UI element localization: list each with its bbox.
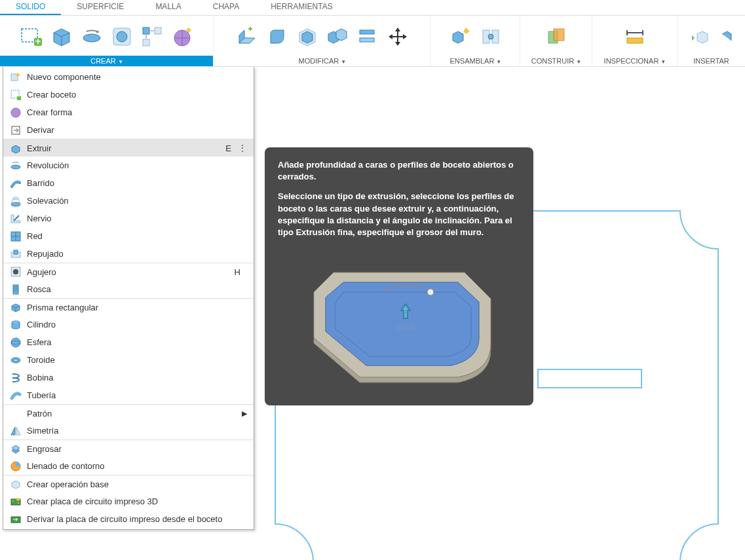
svg-rect-38 (14, 250, 18, 254)
coil-icon (10, 372, 22, 384)
menu-crear-placa[interactable]: Crear placa de circuito impreso 3D (3, 493, 254, 510)
menu-tuberia[interactable]: Tubería (3, 386, 254, 404)
pipe-icon (10, 390, 22, 401)
menu-label: Crear forma (27, 107, 247, 117)
menu-label: Simetría (27, 426, 247, 436)
menu-crear-op-base[interactable]: Crear operación base (3, 475, 254, 493)
presspull-icon[interactable] (235, 25, 259, 48)
menu-label: Extruir (27, 143, 225, 153)
combine-icon[interactable] (326, 25, 349, 48)
fillet-icon[interactable] (265, 25, 289, 48)
ribbon-label-ensamblar[interactable]: ENSAMBLAR (445, 56, 506, 66)
menu-revolucion[interactable]: Revolución (3, 157, 254, 174)
svg-rect-7 (143, 28, 149, 34)
joint-icon[interactable] (479, 25, 503, 48)
menu-agujero[interactable]: Agujero H (3, 263, 254, 280)
ribbon-group-crear: + CREAR (0, 16, 214, 66)
svg-point-31 (11, 202, 20, 206)
menu-label: Rosca (27, 284, 247, 294)
shell-icon[interactable] (296, 25, 319, 48)
svg-rect-9 (143, 39, 149, 46)
tab-solido[interactable]: SOLIDO (0, 0, 61, 15)
menu-engrosar[interactable]: Engrosar (3, 439, 254, 457)
pcb-icon (10, 496, 22, 508)
svg-point-19 (488, 34, 493, 39)
ribbon-group-insertar: INSERTAR (678, 16, 745, 66)
svg-point-53 (18, 502, 19, 504)
menu-label: Prisma rectangular (27, 303, 247, 312)
tab-chapa[interactable]: CHAPA (197, 0, 255, 15)
svg-point-40 (13, 269, 18, 274)
menu-bobina[interactable]: Bobina (3, 369, 254, 386)
menu-prisma[interactable]: Prisma rectangular (3, 298, 254, 316)
insert-icon-2[interactable] (721, 25, 733, 48)
menu-shortcut: H (235, 267, 240, 277)
menu-crear-boceto[interactable]: Crear boceto (3, 86, 254, 103)
menu-nervio[interactable]: Nervio (3, 210, 254, 227)
menu-cilindro[interactable]: Cilindro (3, 316, 254, 333)
menu-simetria[interactable]: Simetría (3, 422, 254, 439)
component-icon (10, 71, 22, 83)
svg-rect-13 (360, 30, 374, 34)
tab-superficie[interactable]: SUPERFICIE (61, 0, 140, 15)
box-icon[interactable] (50, 25, 73, 48)
tab-bar: SOLIDO SUPERFICIE MALLA CHAPA HERRAMIENT… (0, 0, 745, 16)
svg-text:10.00: 10.00 (396, 324, 415, 331)
insert-icon[interactable] (691, 25, 714, 48)
menu-extruir[interactable]: Extruir E ⋮ (3, 139, 254, 157)
menu-patron[interactable]: Patrón ▶ (3, 404, 254, 422)
menu-toroide[interactable]: Toroide (3, 351, 254, 369)
menu-label: Esfera (27, 337, 247, 347)
ribbon-label-construir[interactable]: CONSTRUIR (526, 56, 586, 66)
svg-marker-4 (96, 30, 100, 33)
ribbon-label-crear[interactable]: CREAR (0, 56, 213, 66)
menu-repujado[interactable]: Repujado (3, 245, 254, 263)
cylinder-icon (10, 319, 22, 331)
tooltip-text-1: Añade profundidad a caras o perfiles de … (278, 160, 514, 181)
menu-barrido[interactable]: Barrido (3, 174, 254, 192)
tab-herramientas[interactable]: HERRAMIENTAS (255, 0, 348, 15)
menu-derivar-placa[interactable]: Derivar la placa de circuito impreso des… (3, 510, 254, 528)
menu-label: Repujado (27, 249, 247, 259)
menu-label: Bobina (27, 373, 247, 383)
sketch-icon[interactable]: + (20, 25, 43, 48)
svg-point-49 (14, 359, 18, 361)
ribbon-group-modificar: MODIFICAR (214, 16, 431, 66)
hole-icon[interactable] (110, 25, 134, 48)
new-component-icon[interactable] (449, 25, 472, 48)
menu-red[interactable]: Red (3, 227, 254, 245)
ribbon-label-modificar[interactable]: MODIFICAR (294, 56, 351, 66)
svg-point-46 (11, 338, 20, 347)
ribbon-label-insertar[interactable]: INSERTAR (688, 56, 735, 66)
svg-point-3 (83, 34, 100, 42)
svg-point-55 (427, 289, 434, 295)
menu-shortcut: E (225, 143, 231, 153)
emboss-icon (10, 248, 22, 260)
tooltip-text-2: Seleccione un tipo de extrusión, selecci… (278, 191, 514, 237)
menu-esfera[interactable]: Esfera (3, 333, 254, 351)
menu-llenado[interactable]: Llenado de contorno (3, 457, 254, 475)
menu-rosca[interactable]: Rosca (3, 280, 254, 298)
menu-more-icon[interactable]: ⋮ (238, 143, 247, 153)
ribbon-label-inspeccionar[interactable]: INSPECCIONAR (599, 56, 671, 66)
pattern-icon[interactable] (140, 25, 164, 48)
hole-small-icon (10, 266, 22, 278)
measure-icon[interactable] (623, 25, 647, 48)
menu-nuevo-componente[interactable]: Nuevo componente (3, 68, 254, 86)
blank-icon (10, 407, 22, 419)
plane-icon[interactable] (544, 25, 568, 48)
menu-label: Solevación (27, 196, 247, 206)
form-icon[interactable] (170, 25, 194, 48)
menu-derivar[interactable]: Derivar (3, 121, 254, 139)
menu-solevacion[interactable]: Solevación (3, 192, 254, 210)
crear-dropdown: Nuevo componente Crear boceto Crear form… (3, 67, 254, 530)
tab-malla[interactable]: MALLA (140, 0, 197, 15)
svg-rect-26 (17, 96, 21, 100)
svg-rect-41 (13, 285, 18, 294)
revolve-icon[interactable] (80, 25, 104, 48)
move-icon[interactable] (386, 25, 410, 48)
menu-label: Crear placa de circuito impreso 3D (27, 496, 247, 506)
pcb-derive-icon (10, 513, 22, 525)
menu-crear-forma[interactable]: Crear forma (3, 103, 254, 121)
align-icon[interactable] (356, 25, 379, 48)
